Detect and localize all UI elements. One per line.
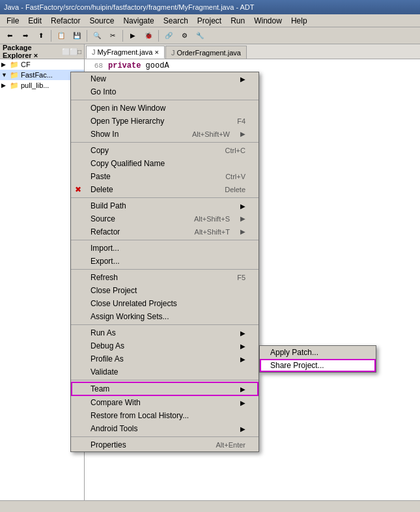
folder-icon-fastfactory: 📁 bbox=[9, 70, 20, 79]
toolbar-sep-3 bbox=[122, 30, 123, 42]
toolbar-btn-9[interactable]: ⚙ bbox=[177, 29, 191, 42]
ctx-team[interactable]: Team▶ bbox=[71, 382, 259, 396]
tree-arrow-fastfactory: ▼ bbox=[1, 72, 9, 78]
toolbar-btn-4[interactable]: 📋 bbox=[54, 29, 68, 42]
submenu-share-project-label: Share Project... bbox=[270, 361, 324, 370]
ctx-sep-1 bbox=[71, 100, 259, 100]
menu-refactor[interactable]: Refactor bbox=[47, 16, 84, 26]
ctx-android-tools[interactable]: Android Tools▶ bbox=[71, 422, 259, 435]
ctx-profile-as[interactable]: Profile As▶ bbox=[71, 352, 259, 365]
ctx-sep-8 bbox=[71, 436, 259, 437]
ctx-sep-7 bbox=[71, 380, 259, 380]
ctx-sep-2 bbox=[71, 142, 259, 143]
menu-window[interactable]: Window bbox=[250, 16, 286, 26]
ctx-open-window[interactable]: Open in New Window bbox=[71, 102, 259, 115]
ctx-paste[interactable]: PasteCtrl+V bbox=[71, 170, 259, 183]
java-file-icon-2: J bbox=[171, 49, 175, 57]
tree-arrow-pulllib: ▶ bbox=[1, 82, 9, 89]
submenu-apply-patch[interactable]: Apply Patch... bbox=[260, 346, 376, 359]
folder-icon-cf: 📁 bbox=[9, 60, 20, 69]
java-file-icon: J bbox=[92, 48, 96, 56]
toolbar-btn-run[interactable]: ▶ bbox=[126, 29, 140, 42]
menu-navigate[interactable]: Navigate bbox=[119, 16, 158, 26]
ctx-sep-5 bbox=[71, 269, 259, 270]
ctx-open-hierarchy[interactable]: Open Type HierarchyF4 bbox=[71, 115, 259, 128]
package-explorer-icons: ⬜⬜□ bbox=[62, 48, 81, 55]
ctx-new[interactable]: New▶ bbox=[71, 72, 259, 85]
tree-item-cf[interactable]: ▶ 📁 CF bbox=[0, 59, 84, 70]
menu-edit[interactable]: Edit bbox=[24, 16, 46, 26]
toolbar-sep-4 bbox=[158, 30, 159, 42]
ctx-show-in[interactable]: Show InAlt+Shift+W▶ bbox=[71, 128, 259, 141]
toolbar-sep-1 bbox=[51, 30, 51, 42]
toolbar: ⬅ ➡ ⬆ 📋 💾 🔍 ✂ ▶ 🐞 🔗 ⚙ 🔧 bbox=[0, 27, 420, 44]
toolbar-btn-1[interactable]: ⬅ bbox=[3, 29, 17, 42]
tab-orderfragment-label: OrderFragment.java bbox=[176, 49, 240, 57]
ctx-go-into[interactable]: Go Into bbox=[71, 85, 259, 98]
ctx-validate[interactable]: Validate bbox=[71, 365, 259, 378]
toolbar-btn-6[interactable]: 🔍 bbox=[90, 29, 104, 42]
ctx-sep-4 bbox=[71, 240, 259, 240]
menu-source[interactable]: Source bbox=[85, 16, 118, 26]
ctx-delete[interactable]: ✖ DeleteDelete bbox=[71, 183, 259, 196]
title-text: Java - FastFactory/src/com/huipin/fastfa… bbox=[4, 3, 255, 11]
ctx-assign-working-sets[interactable]: Assign Working Sets... bbox=[71, 310, 259, 323]
ctx-refresh[interactable]: RefreshF5 bbox=[71, 271, 259, 284]
submenu-apply-patch-label: Apply Patch... bbox=[270, 348, 318, 357]
editor-tab-bar: Package Explorer × ⬜⬜□ J MyFragment.java… bbox=[0, 44, 420, 59]
tree-arrow-cf: ▶ bbox=[1, 61, 9, 68]
ctx-copy[interactable]: CopyCtrl+C bbox=[71, 144, 259, 157]
package-explorer-label: Package Explorer × bbox=[3, 44, 62, 59]
ctx-copy-qualified[interactable]: Copy Qualified Name bbox=[71, 157, 259, 170]
tab-orderfragment[interactable]: J OrderFragment.java bbox=[165, 46, 247, 59]
tab-myfragment-label: MyFragment.java × bbox=[98, 48, 159, 56]
menu-bar: File Edit Refactor Source Navigate Searc… bbox=[0, 14, 420, 27]
toolbar-btn-7[interactable]: ✂ bbox=[105, 29, 120, 42]
toolbar-btn-debug[interactable]: 🐞 bbox=[141, 29, 156, 42]
team-submenu: Apply Patch... Share Project... bbox=[259, 345, 376, 373]
toolbar-sep-2 bbox=[87, 30, 87, 42]
submenu-share-project[interactable]: Share Project... bbox=[260, 359, 376, 372]
ctx-team-arrow: ▶ bbox=[240, 386, 245, 393]
ctx-sep-6 bbox=[71, 324, 259, 325]
menu-run[interactable]: Run bbox=[227, 16, 249, 26]
ctx-build-path[interactable]: Build Path▶ bbox=[71, 199, 259, 212]
ctx-restore-local[interactable]: Restore from Local History... bbox=[71, 409, 259, 422]
toolbar-btn-2[interactable]: ➡ bbox=[18, 29, 33, 42]
tree-label-fastfactory: FastFac... bbox=[21, 71, 53, 79]
ctx-close-unrelated[interactable]: Close Unrelated Projects bbox=[71, 297, 259, 310]
tree-label-cf: CF bbox=[21, 61, 31, 68]
menu-project[interactable]: Project bbox=[193, 16, 225, 26]
title-bar: Java - FastFactory/src/com/huipin/fastfa… bbox=[0, 0, 420, 14]
ctx-source[interactable]: SourceAlt+Shift+S▶ bbox=[71, 212, 259, 225]
menu-file[interactable]: File bbox=[3, 16, 23, 26]
folder-icon-pulllib: 📁 bbox=[9, 81, 20, 90]
tree-label-pulllib: pull_lib... bbox=[21, 81, 49, 89]
toolbar-btn-10[interactable]: 🔧 bbox=[193, 29, 207, 42]
ctx-refactor[interactable]: RefactorAlt+Shift+T▶ bbox=[71, 225, 259, 238]
toolbar-btn-5[interactable]: 💾 bbox=[70, 29, 84, 42]
ctx-properties[interactable]: PropertiesAlt+Enter bbox=[71, 438, 259, 451]
menu-help[interactable]: Help bbox=[287, 16, 311, 26]
tab-myfragment[interactable]: J MyFragment.java × bbox=[86, 46, 165, 59]
ctx-close-project[interactable]: Close Project bbox=[71, 284, 259, 297]
toolbar-btn-3[interactable]: ⬆ bbox=[34, 29, 48, 42]
ctx-run-as[interactable]: Run As▶ bbox=[71, 326, 259, 339]
menu-search[interactable]: Search bbox=[160, 16, 192, 26]
status-bar bbox=[0, 500, 420, 512]
delete-icon: ✖ bbox=[75, 185, 81, 194]
ctx-debug-as[interactable]: Debug As▶ bbox=[71, 339, 259, 352]
ctx-sep-3 bbox=[71, 197, 259, 198]
ctx-compare-with[interactable]: Compare With▶ bbox=[71, 396, 259, 409]
toolbar-btn-8[interactable]: 🔗 bbox=[161, 29, 176, 42]
context-menu: New▶ Go Into Open in New Window Open Typ… bbox=[70, 72, 259, 452]
package-explorer-tab[interactable]: Package Explorer × ⬜⬜□ bbox=[0, 44, 85, 59]
ctx-export[interactable]: Export... bbox=[71, 255, 259, 268]
code-line-68: 68private goodA bbox=[87, 61, 417, 71]
ctx-import[interactable]: Import... bbox=[71, 242, 259, 255]
ctx-team-label: Team bbox=[91, 384, 109, 393]
